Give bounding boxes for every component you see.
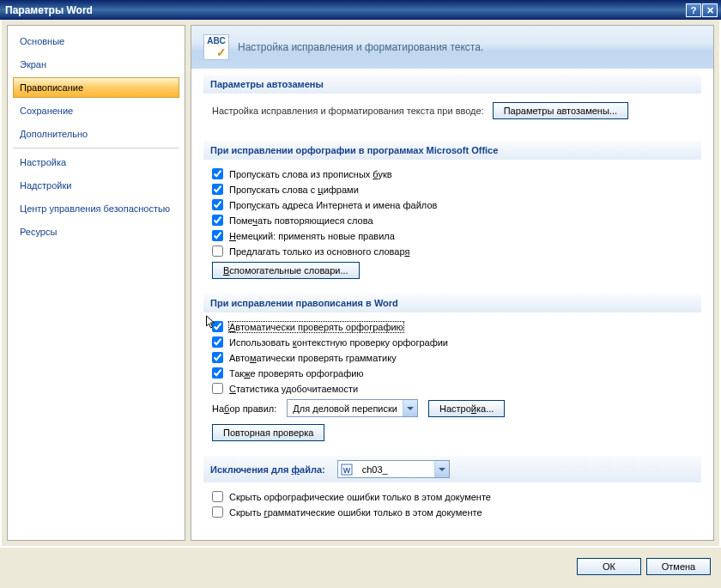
- checkbox-label[interactable]: Статистика удобочитаемости: [229, 384, 358, 394]
- checkbox-label[interactable]: Автоматически проверять грамматику: [229, 353, 397, 363]
- checkbox[interactable]: [212, 184, 223, 195]
- ruleset-value: Для деловой переписки: [288, 403, 403, 414]
- grammar-settings-button[interactable]: Настройка...: [428, 400, 505, 417]
- sidebar-item[interactable]: Настройка: [13, 152, 179, 173]
- help-button[interactable]: ?: [686, 3, 701, 17]
- section-title-autocorrect: Параметры автозамены: [203, 75, 701, 94]
- sidebar-divider: [13, 148, 179, 149]
- section-word-spelling: При исправлении правописания в Word Авто…: [191, 288, 713, 450]
- checkbox-label[interactable]: Пропускать слова из прописных букв: [229, 169, 392, 179]
- abc-icon: ABC: [207, 36, 226, 45]
- sidebar-item[interactable]: Дополнительно: [13, 124, 179, 144]
- custom-dictionaries-button[interactable]: Вспомогательные словари...: [212, 262, 360, 279]
- checkbox-row: Пропускать слова с цифрами: [212, 184, 701, 195]
- footer: ОК Отмена: [0, 548, 721, 585]
- svg-text:W: W: [343, 466, 351, 475]
- checkbox-row: Также проверять орфографию: [212, 367, 701, 379]
- checkbox-label[interactable]: Автоматически проверять орфографию: [229, 322, 403, 332]
- checkbox[interactable]: [212, 506, 223, 518]
- checkbox-label[interactable]: Пропускать адреса Интернета и имена файл…: [229, 200, 437, 210]
- checkbox-label[interactable]: Скрыть орфографические ошибки только в э…: [229, 492, 491, 502]
- checkbox-row: Пропускать адреса Интернета и имена файл…: [212, 199, 701, 210]
- ok-button[interactable]: ОК: [577, 558, 641, 575]
- window-body: ОсновныеЭкранПравописаниеСохранениеДопол…: [0, 20, 721, 548]
- autocorrect-desc: Настройка исправления и форматирования т…: [212, 106, 484, 116]
- section-autocorrect: Параметры автозамены Настройка исправлен…: [191, 69, 713, 135]
- sidebar-item[interactable]: Центр управления безопасностью: [13, 198, 179, 219]
- checkbox-row: Статистика удобочитаемости: [212, 383, 701, 394]
- checkbox-label[interactable]: Помечать повторяющиеся слова: [229, 215, 373, 226]
- section-title-word: При исправлении правописания в Word: [203, 294, 701, 312]
- sidebar-item[interactable]: Правописание: [13, 77, 179, 98]
- checkbox-row: Предлагать только из основного словаря: [212, 246, 701, 257]
- checkbox-row: Автоматически проверять орфографию: [212, 321, 701, 332]
- checkbox-label[interactable]: Скрыть грамматические ошибки только в эт…: [229, 507, 482, 518]
- section-title-exceptions: Исключения для файла: W ch03_: [203, 456, 701, 482]
- chevron-down-icon[interactable]: [434, 461, 449, 477]
- checkbox[interactable]: [212, 230, 223, 241]
- section-exceptions: Исключения для файла: W ch03_ Скрыть орф…: [191, 450, 713, 530]
- checkbox-row: Использовать контекстную проверку орфогр…: [212, 336, 701, 348]
- checkbox-row: Скрыть грамматические ошибки только в эт…: [212, 506, 701, 518]
- checkbox[interactable]: [212, 383, 223, 394]
- page-header: ABC ✓ Настройка исправления и форматиров…: [191, 26, 713, 69]
- exceptions-file-value: ch03_: [357, 464, 434, 475]
- window-title: Параметры Word: [5, 4, 93, 16]
- checkbox-row: Скрыть орфографические ошибки только в э…: [212, 491, 701, 502]
- checkbox-label[interactable]: Пропускать слова с цифрами: [229, 185, 359, 195]
- section-office-spelling: При исправлении орфографии в программах …: [191, 135, 713, 288]
- checkbox[interactable]: [212, 491, 223, 502]
- checkbox-row: Автоматически проверять грамматику: [212, 352, 701, 363]
- sidebar-item[interactable]: Экран: [13, 54, 179, 75]
- section-title-office: При исправлении орфографии в программах …: [203, 141, 701, 160]
- checkbox[interactable]: [212, 168, 223, 179]
- checkbox-row: Немецкий: применять новые правила: [212, 230, 701, 241]
- word-doc-icon: W: [340, 463, 354, 476]
- checkbox[interactable]: [212, 352, 223, 363]
- checkbox-label[interactable]: Также проверять орфографию: [229, 368, 364, 379]
- checkbox[interactable]: [212, 367, 223, 379]
- sidebar: ОсновныеЭкранПравописаниеСохранениеДопол…: [7, 25, 185, 541]
- proofing-icon: ABC ✓: [203, 34, 229, 60]
- checkbox[interactable]: [212, 321, 223, 332]
- cancel-button[interactable]: Отмена: [646, 558, 711, 575]
- exceptions-title-label: Исключения для файла:: [210, 464, 325, 475]
- checkbox[interactable]: [212, 199, 223, 210]
- close-button[interactable]: ✕: [702, 3, 718, 17]
- checkbox[interactable]: [212, 336, 223, 348]
- check-icon: ✓: [216, 45, 227, 59]
- sidebar-item[interactable]: Ресурсы: [13, 221, 179, 242]
- exceptions-file-combo[interactable]: W ch03_: [337, 460, 450, 478]
- checkbox[interactable]: [212, 215, 223, 226]
- checkbox-label[interactable]: Немецкий: применять новые правила: [229, 231, 395, 241]
- sidebar-item[interactable]: Надстройки: [13, 175, 179, 196]
- content-area: ABC ✓ Настройка исправления и форматиров…: [191, 25, 714, 541]
- checkbox-label[interactable]: Использовать контекстную проверку орфогр…: [229, 337, 448, 348]
- ruleset-combo[interactable]: Для деловой переписки: [287, 399, 418, 417]
- titlebar-buttons: ? ✕: [686, 3, 718, 17]
- autocorrect-options-button[interactable]: Параметры автозамены...: [493, 102, 628, 119]
- ruleset-label: Набор правил:: [212, 403, 276, 414]
- checkbox-row: Помечать повторяющиеся слова: [212, 215, 701, 226]
- checkbox[interactable]: [212, 246, 223, 257]
- page-header-text: Настройка исправления и форматирования т…: [238, 41, 483, 53]
- checkbox-label[interactable]: Предлагать только из основного словаря: [229, 246, 409, 257]
- recheck-button[interactable]: Повторная проверка: [212, 424, 324, 441]
- titlebar: Параметры Word ? ✕: [0, 0, 721, 20]
- sidebar-item[interactable]: Сохранение: [13, 100, 179, 121]
- chevron-down-icon[interactable]: [403, 400, 417, 416]
- sidebar-item[interactable]: Основные: [13, 31, 179, 52]
- checkbox-row: Пропускать слова из прописных букв: [212, 168, 701, 179]
